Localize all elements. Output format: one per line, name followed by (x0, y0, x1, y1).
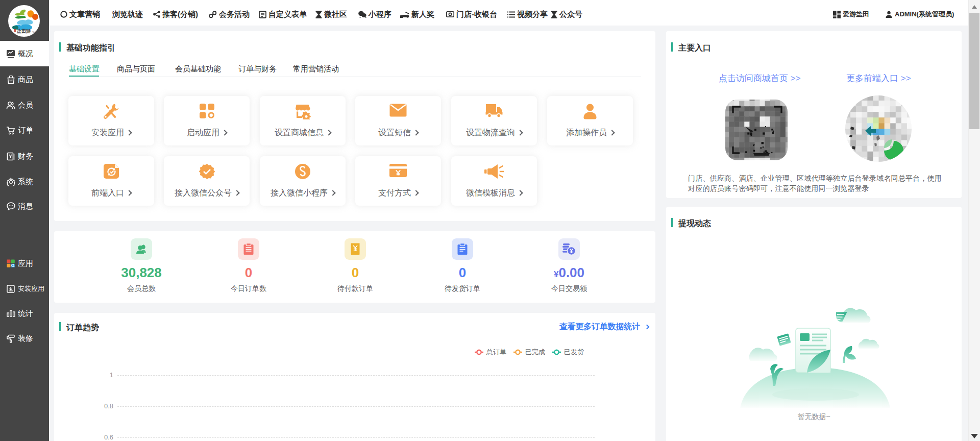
svg-text:盐田游: 盐田游 (16, 29, 31, 34)
svg-text:SaTin: SaTin (32, 31, 39, 34)
